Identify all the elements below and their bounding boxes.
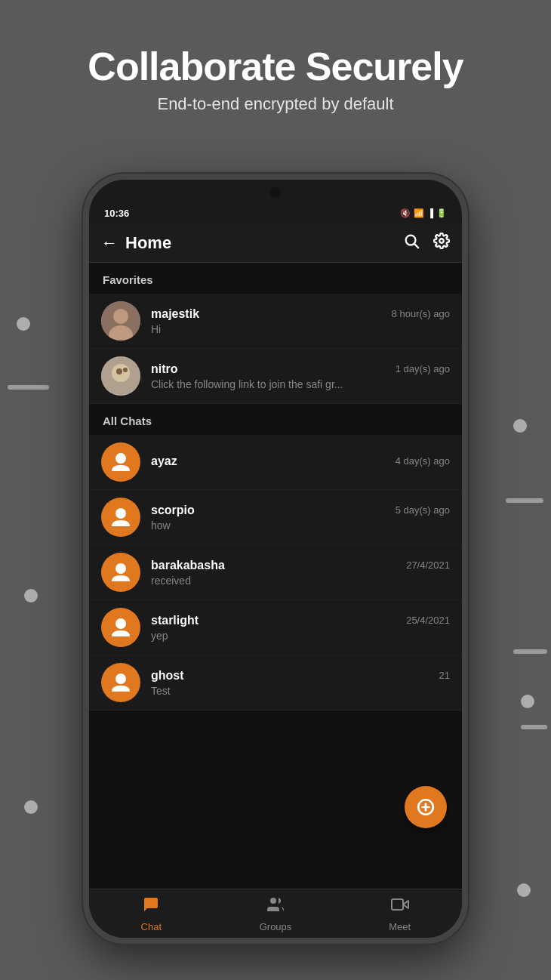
bg-dot-6 xyxy=(517,883,531,897)
avatar-scorpio xyxy=(101,498,140,537)
tab-meet[interactable]: Meet xyxy=(337,895,462,932)
svg-rect-20 xyxy=(392,899,403,910)
search-icon[interactable] xyxy=(403,233,420,253)
svg-point-11 xyxy=(115,508,126,519)
settings-icon[interactable] xyxy=(433,233,450,253)
tab-groups-label: Groups xyxy=(260,921,292,932)
bg-line-2 xyxy=(506,498,543,503)
chat-preview-barakabasha: received xyxy=(151,575,450,587)
chat-name-starlight: starlight xyxy=(151,614,199,627)
chat-time-barakabasha: 27/4/2021 xyxy=(406,559,450,571)
chat-name-row-majestik: majestik 8 hour(s) ago xyxy=(151,307,450,321)
bg-line-3 xyxy=(513,649,547,654)
person-icon-barakabasha xyxy=(109,560,133,584)
chat-item-ayaz[interactable]: ayaz 4 day(s) ago xyxy=(89,435,462,490)
favorites-header: Favorites xyxy=(89,263,462,294)
tab-meet-label: Meet xyxy=(389,921,411,932)
person-icon-starlight xyxy=(109,615,133,639)
page-header: Collaborate Securely End-to-end encrypte… xyxy=(0,45,551,114)
chat-name-row-barakabasha: barakabasha 27/4/2021 xyxy=(151,559,450,572)
chat-tab-icon xyxy=(142,895,160,918)
bg-line-4 xyxy=(521,725,547,729)
groups-icon xyxy=(266,895,285,914)
bg-line-1 xyxy=(8,385,49,390)
chat-name-nitro: nitro xyxy=(151,362,178,376)
signal-icon: ▐ xyxy=(427,208,433,217)
chat-time-scorpio: 5 day(s) ago xyxy=(396,504,450,516)
status-bar: 10:36 🔇 📶 ▐ 🔋 xyxy=(89,202,462,223)
avatar-ghost xyxy=(101,663,140,702)
bg-dot-1 xyxy=(17,317,30,331)
chat-info-ghost: ghost 21 Test xyxy=(151,669,450,697)
majestik-avatar-img xyxy=(101,301,140,341)
person-icon-ayaz xyxy=(109,450,133,474)
chat-item-starlight[interactable]: starlight 25/4/2021 yep xyxy=(89,600,462,655)
chat-name-row-ghost: ghost 21 xyxy=(151,669,450,683)
svg-point-18 xyxy=(270,898,276,904)
svg-point-12 xyxy=(115,563,126,574)
chat-name-row-scorpio: scorpio 5 day(s) ago xyxy=(151,504,450,517)
navbar-title: Home xyxy=(125,233,403,253)
meet-tab-icon xyxy=(391,895,409,918)
chat-name-row-starlight: starlight 25/4/2021 xyxy=(151,614,450,627)
svg-point-8 xyxy=(116,368,122,374)
chat-name-scorpio: scorpio xyxy=(151,504,195,517)
back-button[interactable]: ← xyxy=(101,233,118,253)
chat-name-row-ayaz: ayaz 4 day(s) ago xyxy=(151,455,450,468)
svg-marker-19 xyxy=(403,901,408,908)
chat-name-ghost: ghost xyxy=(151,669,184,683)
chat-preview-starlight: yep xyxy=(151,630,450,642)
chat-preview-ghost: Test xyxy=(151,685,450,697)
chat-time-ayaz: 4 day(s) ago xyxy=(396,455,450,467)
tab-bar: Chat Groups Meet xyxy=(89,889,462,938)
bg-dot-3 xyxy=(24,589,38,602)
chat-info-starlight: starlight 25/4/2021 yep xyxy=(151,614,450,642)
chat-info-barakabasha: barakabasha 27/4/2021 received xyxy=(151,559,450,587)
nitro-avatar-img xyxy=(101,356,140,396)
chat-name-ayaz: ayaz xyxy=(151,455,177,468)
chat-time-starlight: 25/4/2021 xyxy=(406,615,450,626)
wifi-icon: 📶 xyxy=(414,208,424,218)
svg-point-13 xyxy=(115,618,126,629)
svg-point-4 xyxy=(113,309,128,324)
bg-dot-4 xyxy=(521,695,534,708)
chat-item-nitro[interactable]: nitro 1 day(s) ago Click the following l… xyxy=(89,349,462,404)
tab-groups[interactable]: Groups xyxy=(214,895,338,932)
chat-preview-scorpio: how xyxy=(151,519,450,532)
mute-icon: 🔇 xyxy=(400,208,411,218)
avatar-majestik xyxy=(101,301,140,341)
chat-item-barakabasha[interactable]: barakabasha 27/4/2021 received xyxy=(89,545,462,600)
svg-point-2 xyxy=(439,239,444,243)
chat-info-scorpio: scorpio 5 day(s) ago how xyxy=(151,504,450,532)
app-navbar: ← Home xyxy=(89,223,462,263)
avatar-barakabasha xyxy=(101,553,140,592)
chat-name-majestik: majestik xyxy=(151,307,199,321)
avatar-nitro xyxy=(101,356,140,396)
groups-tab-icon xyxy=(266,895,285,918)
chat-name-row-nitro: nitro 1 day(s) ago xyxy=(151,362,450,376)
chat-item-majestik[interactable]: majestik 8 hour(s) ago Hi xyxy=(89,294,462,349)
person-icon-ghost xyxy=(109,670,133,695)
chat-time-nitro: 1 day(s) ago xyxy=(396,363,450,374)
svg-point-10 xyxy=(115,453,126,464)
chat-content: Favorites majestik 8 hour(s) ago Hi xyxy=(89,263,462,889)
chat-time-ghost: 21 xyxy=(439,670,450,681)
bg-dot-2 xyxy=(513,419,527,433)
chat-item-ghost[interactable]: ghost 21 Test xyxy=(89,655,462,710)
phone-frame: 10:36 🔇 📶 ▐ 🔋 ← Home xyxy=(83,174,468,944)
chat-info-ayaz: ayaz 4 day(s) ago xyxy=(151,455,450,470)
chat-info-majestik: majestik 8 hour(s) ago Hi xyxy=(151,307,450,335)
svg-line-1 xyxy=(414,244,418,248)
chat-item-scorpio[interactable]: scorpio 5 day(s) ago how xyxy=(89,490,462,545)
status-icons: 🔇 📶 ▐ 🔋 xyxy=(400,208,447,218)
bg-dot-5 xyxy=(24,800,38,814)
tab-chat[interactable]: Chat xyxy=(89,895,214,932)
page-title: Collaborate Securely xyxy=(0,45,551,88)
all-chats-header: All Chats xyxy=(89,404,462,435)
page-subtitle: End-to-end encrypted by default xyxy=(0,94,551,114)
fab-button[interactable] xyxy=(405,786,447,828)
avatar-ayaz xyxy=(101,442,140,482)
battery-icon: 🔋 xyxy=(436,208,447,218)
nav-icons xyxy=(403,233,450,253)
status-time: 10:36 xyxy=(104,208,129,219)
